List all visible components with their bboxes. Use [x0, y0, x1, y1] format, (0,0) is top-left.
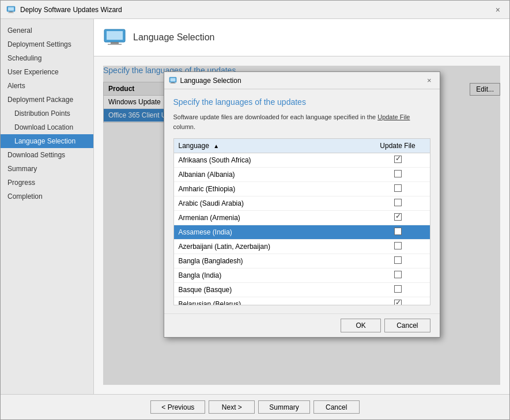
- language-checkbox[interactable]: [394, 170, 402, 177]
- language-checkbox[interactable]: [394, 156, 402, 163]
- title-bar: Deploy Software Updates Wizard ×: [1, 1, 509, 19]
- language-checkbox[interactable]: [394, 271, 402, 278]
- header-icon: [103, 26, 126, 49]
- sidebar-item-download-location[interactable]: Download Location: [1, 120, 93, 134]
- lang-checkbox-cell[interactable]: [366, 268, 430, 283]
- modal-title-bar: Language Selection ×: [164, 72, 440, 89]
- svg-rect-6: [111, 42, 119, 44]
- lang-name-cell: Basque (Basque): [174, 283, 366, 297]
- sidebar-item-progress[interactable]: Progress: [1, 176, 93, 190]
- cancel-button[interactable]: Cancel: [313, 400, 360, 414]
- summary-button[interactable]: Summary: [258, 400, 309, 414]
- lang-table-row[interactable]: Assamese (India): [174, 225, 430, 240]
- lang-checkbox-cell[interactable]: [366, 225, 430, 240]
- next-button[interactable]: Next >: [209, 400, 255, 414]
- language-selection-dialog: Language Selection × Specify the languag…: [164, 71, 440, 338]
- lang-checkbox-cell[interactable]: [366, 182, 430, 196]
- language-checkbox[interactable]: [394, 184, 402, 192]
- lang-name-cell: Armenian (Armenia): [174, 211, 366, 225]
- lang-name-cell: Afrikaans (South Africa): [174, 153, 366, 168]
- sidebar-item-completion[interactable]: Completion: [1, 190, 93, 203]
- modal-title-text: Language Selection: [180, 77, 241, 85]
- svg-rect-5: [107, 31, 123, 40]
- lang-checkbox-cell[interactable]: [366, 254, 430, 268]
- sidebar-item-general[interactable]: General: [1, 24, 93, 37]
- modal-title-left: Language Selection: [169, 77, 241, 85]
- bottom-bar: < Previous Next > Summary Cancel: [1, 394, 509, 419]
- language-checkbox[interactable]: [394, 242, 402, 249]
- lang-name-cell: Arabic (Saudi Arabia): [174, 196, 366, 211]
- sidebar-item-scheduling[interactable]: Scheduling: [1, 51, 93, 65]
- update-file-highlight: Update File: [377, 113, 410, 120]
- svg-rect-10: [171, 82, 175, 83]
- lang-table-header-row: Language ▲ Update File: [174, 139, 430, 153]
- sort-arrow: ▲: [213, 143, 219, 149]
- lang-table-row[interactable]: Bangla (Bangladesh): [174, 254, 430, 268]
- sidebar-item-deployment-settings[interactable]: Deployment Settings: [1, 37, 93, 51]
- modal-cancel-button[interactable]: Cancel: [384, 319, 430, 332]
- language-checkbox[interactable]: [394, 300, 402, 305]
- language-checkbox[interactable]: [394, 256, 402, 264]
- modal-overlay: Language Selection × Specify the languag…: [103, 66, 500, 385]
- svg-rect-3: [8, 12, 14, 13]
- sidebar-item-distribution-points[interactable]: Distribution Points: [1, 107, 93, 120]
- modal-description: Software update files are downloaded for…: [173, 112, 430, 131]
- lang-table-row[interactable]: Belarusian (Belarus): [174, 297, 430, 306]
- previous-button[interactable]: < Previous: [150, 400, 205, 414]
- language-checkbox[interactable]: [394, 285, 402, 293]
- sidebar-item-language-selection[interactable]: Language Selection: [1, 134, 93, 148]
- sidebar-item-alerts[interactable]: Alerts: [1, 79, 93, 93]
- lang-name-cell: Assamese (India): [174, 225, 366, 240]
- svg-rect-11: [170, 83, 175, 84]
- sidebar-item-deployment-package[interactable]: Deployment Package: [1, 93, 93, 107]
- lang-name-cell: Bangla (India): [174, 268, 366, 283]
- lang-checkbox-cell[interactable]: [366, 283, 430, 297]
- lang-table-row[interactable]: Basque (Basque): [174, 283, 430, 297]
- sidebar-item-user-experience[interactable]: User Experience: [1, 65, 93, 79]
- window-icon: [6, 5, 16, 14]
- modal-close-button[interactable]: ×: [424, 75, 435, 86]
- language-table: Language ▲ Update File: [174, 139, 430, 305]
- update-file-column-header[interactable]: Update File: [366, 139, 430, 153]
- lang-table-row[interactable]: Albanian (Albania): [174, 168, 430, 182]
- main-content: Language Selection Specify the languages…: [94, 19, 509, 394]
- lang-table-row[interactable]: Afrikaans (South Africa): [174, 153, 430, 168]
- lang-table-row[interactable]: Bangla (India): [174, 268, 430, 283]
- header-title: Language Selection: [133, 32, 214, 43]
- svg-rect-2: [9, 12, 13, 13]
- lang-name-cell: Albanian (Albania): [174, 168, 366, 182]
- lang-table-row[interactable]: Azerbaijani (Latin, Azerbaijan): [174, 240, 430, 254]
- lang-table-row[interactable]: Amharic (Ethiopia): [174, 182, 430, 196]
- lang-name-cell: Belarusian (Belarus): [174, 297, 366, 306]
- window-close-button[interactable]: ×: [492, 4, 504, 16]
- main-window: Deploy Software Updates Wizard × General…: [0, 0, 510, 420]
- svg-rect-7: [108, 44, 122, 45]
- modal-icon: [169, 77, 177, 85]
- window-title: Deploy Software Updates Wizard: [20, 6, 122, 14]
- ok-button[interactable]: OK: [341, 319, 381, 332]
- language-table-body: Afrikaans (South Africa)Albanian (Albani…: [174, 153, 430, 306]
- svg-rect-9: [170, 78, 175, 81]
- lang-name-cell: Amharic (Ethiopia): [174, 182, 366, 196]
- header-section: Language Selection: [94, 19, 509, 56]
- lang-name-cell: Azerbaijani (Latin, Azerbaijan): [174, 240, 366, 254]
- language-checkbox[interactable]: [394, 199, 402, 206]
- content-area: Specify the languages of the updates Edi…: [103, 66, 500, 385]
- sidebar-item-summary[interactable]: Summary: [1, 162, 93, 176]
- lang-checkbox-cell[interactable]: [366, 240, 430, 254]
- lang-name-cell: Bangla (Bangladesh): [174, 254, 366, 268]
- lang-table-row[interactable]: Arabic (Saudi Arabia): [174, 196, 430, 211]
- sidebar-item-download-settings[interactable]: Download Settings: [1, 148, 93, 162]
- language-column-header[interactable]: Language ▲: [174, 139, 366, 153]
- lang-table-row[interactable]: Armenian (Armenia): [174, 211, 430, 225]
- language-table-container[interactable]: Language ▲ Update File: [173, 138, 430, 305]
- lang-checkbox-cell[interactable]: [366, 196, 430, 211]
- wizard-body: GeneralDeployment SettingsSchedulingUser…: [1, 19, 509, 394]
- lang-checkbox-cell[interactable]: [366, 297, 430, 306]
- lang-checkbox-cell[interactable]: [366, 153, 430, 168]
- lang-checkbox-cell[interactable]: [366, 168, 430, 182]
- language-checkbox[interactable]: [394, 228, 402, 235]
- modal-subtitle: Specify the languages of the updates: [173, 97, 430, 107]
- language-checkbox[interactable]: [394, 213, 402, 221]
- lang-checkbox-cell[interactable]: [366, 211, 430, 225]
